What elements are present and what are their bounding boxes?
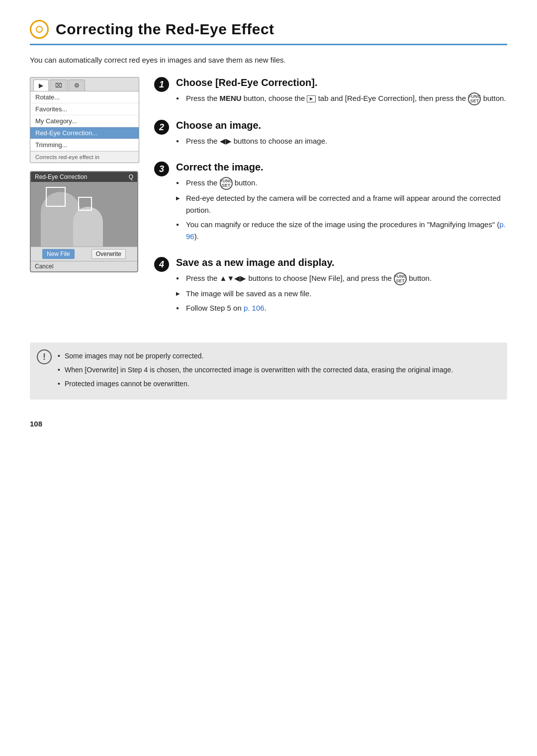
menu-items-list: Rotate... Favorites... My Category... Re…	[30, 91, 139, 151]
step-3-bullet-2: Red-eye detected by the camera will be c…	[176, 192, 507, 216]
menu-item-mycategory: My Category...	[30, 115, 139, 127]
menu-tab-play: ▶	[33, 80, 49, 91]
camera-btn-newfile: New File	[42, 249, 75, 259]
step-3-bullet-3: You can magnify or reduce the size of th…	[176, 219, 507, 243]
page-number: 108	[30, 420, 507, 428]
header-circle-icon	[30, 20, 49, 39]
step-2-bullets: Press the ◀▶ buttons to choose an image.	[176, 135, 507, 147]
note-box: ! Some images may not be properly correc…	[30, 342, 507, 400]
menu-screenshot: ▶ ⌧ ⚙ Rotate... Favorites... My Category…	[30, 77, 139, 163]
step-number-4: 4	[154, 257, 169, 272]
note-bullet-1: Some images may not be properly correcte…	[58, 350, 498, 362]
left-column: ▶ ⌧ ⚙ Rotate... Favorites... My Category…	[30, 77, 139, 272]
step-1: 1 Choose [Red-Eye Correction]. Press the…	[154, 77, 507, 108]
main-layout: ▶ ⌧ ⚙ Rotate... Favorites... My Category…	[30, 77, 507, 329]
caution-icon: !	[37, 349, 52, 364]
page-title: Correcting the Red-Eye Effect	[56, 21, 274, 38]
menu-item-redeye: Red-Eye Correction...	[30, 127, 139, 139]
menu-tab-settings: ⚙	[69, 80, 85, 91]
step-1-content: Choose [Red-Eye Correction]. Press the M…	[176, 77, 507, 108]
menu-caption: Corrects red-eye effect in	[30, 151, 139, 163]
step-4-content: Save as a new image and display. Press t…	[176, 257, 507, 317]
face-detection-box-1	[46, 187, 66, 207]
func-set-button-icon-2: FUNCSET	[220, 177, 233, 190]
menu-item-favorites: Favorites...	[30, 103, 139, 115]
menu-item-trimming: Trimming...	[30, 139, 139, 151]
play-tab-icon: ▶	[307, 95, 316, 102]
right-column: 1 Choose [Red-Eye Correction]. Press the…	[154, 77, 507, 329]
step-3-content: Correct the image. Press the FUNCSET but…	[176, 162, 507, 245]
step-number-2: 2	[154, 120, 169, 135]
note-bullet-2: When [Overwrite] in Step 4 is chosen, th…	[58, 364, 498, 376]
header-circle-inner	[36, 26, 43, 33]
step-number-1: 1	[154, 77, 169, 92]
step-3-title: Correct the image.	[176, 162, 507, 173]
step-3: 3 Correct the image. Press the FUNCSET b…	[154, 162, 507, 245]
step-3-bullet-1: Press the FUNCSET button.	[176, 177, 507, 190]
camera-image-area	[31, 182, 137, 247]
step-2-content: Choose an image. Press the ◀▶ buttons to…	[176, 120, 507, 150]
step-4: 4 Save as a new image and display. Press…	[154, 257, 507, 317]
intro-text: You can automatically correct red eyes i…	[30, 54, 507, 66]
camera-btn-cancel: Cancel	[31, 261, 137, 271]
page-header: Correcting the Red-Eye Effect	[30, 20, 507, 45]
camera-btn-overwrite: Overwrite	[91, 249, 126, 259]
step-2-title: Choose an image.	[176, 120, 507, 131]
step-number-3: 3	[154, 162, 169, 176]
step-4-bullet-2: The image will be saved as a new file.	[176, 288, 507, 300]
camera-action-buttons: New File Overwrite	[31, 247, 137, 261]
link-p96: p. 96	[186, 220, 506, 241]
menu-item-rotate: Rotate...	[30, 91, 139, 103]
step-3-bullets: Press the FUNCSET button. Red-eye detect…	[176, 177, 507, 243]
step-2-bullet-1: Press the ◀▶ buttons to choose an image.	[176, 135, 507, 147]
step-1-title: Choose [Red-Eye Correction].	[176, 77, 507, 88]
note-bullets: Some images may not be properly correcte…	[58, 350, 498, 390]
camera-titlebar: Red-Eye Correction Q	[31, 172, 137, 182]
menu-tabs: ▶ ⌧ ⚙	[30, 78, 139, 91]
camera-screen: Red-Eye Correction Q New File Overwrite …	[30, 171, 138, 272]
func-set-button-icon-3: FUNCSET	[394, 272, 407, 285]
step-1-bullet-1: Press the MENU button, choose the ▶ tab …	[176, 92, 507, 105]
step-4-bullet-3: Follow Step 5 on p. 106.	[176, 302, 507, 314]
note-bullet-3: Protected images cannot be overwritten.	[58, 378, 498, 390]
step-4-bullets: Press the ▲▼◀▶ buttons to choose [New Fi…	[176, 272, 507, 314]
face-detection-box-2	[78, 197, 92, 211]
person-silhouette-2	[73, 207, 103, 247]
func-set-button-icon-1: FUNCSET	[468, 92, 481, 105]
step-4-title: Save as a new image and display.	[176, 257, 507, 268]
step-4-bullet-1: Press the ▲▼◀▶ buttons to choose [New Fi…	[176, 272, 507, 285]
step-2: 2 Choose an image. Press the ◀▶ buttons …	[154, 120, 507, 150]
menu-tab-print: ⌧	[50, 80, 68, 91]
camera-icon-q: Q	[129, 173, 133, 180]
link-p106: p. 106	[244, 304, 265, 312]
camera-title: Red-Eye Correction	[35, 173, 87, 180]
step-1-bullets: Press the MENU button, choose the ▶ tab …	[176, 92, 507, 105]
